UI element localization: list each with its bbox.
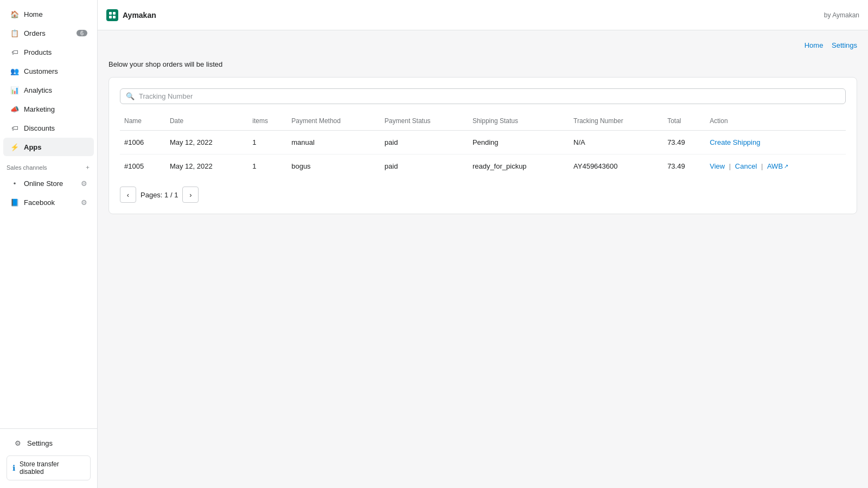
search-bar[interactable]: 🔍 <box>120 88 846 104</box>
table-row: #1005May 12, 20221boguspaidready_for_pic… <box>120 155 846 178</box>
col-header-total: Total <box>663 113 705 131</box>
sidebar-item-settings[interactable]: ⚙ Settings <box>7 434 91 452</box>
info-icon: ℹ <box>12 464 15 472</box>
cell-date: May 12, 2022 <box>165 131 248 155</box>
cell-action: View | Cancel | AWB ↗ <box>705 155 846 178</box>
content-area: Home Settings Below your shop orders wil… <box>98 30 868 488</box>
app-name: Aymakan <box>123 11 156 20</box>
products-icon: 🏷 <box>10 47 20 57</box>
sidebar-item-orders[interactable]: 📋 Orders 6 <box>3 24 94 42</box>
channel-settings-icon[interactable]: ⚙ <box>81 179 87 188</box>
cell-shipping-status: Pending <box>468 131 569 155</box>
separator: | <box>729 162 731 170</box>
table-body: #1006May 12, 20221manualpaidPendingN/A73… <box>120 131 846 178</box>
sidebar-item-apps[interactable]: ⚡ Apps <box>3 138 94 156</box>
marketing-icon: 📣 <box>10 104 20 114</box>
cell-date: May 12, 2022 <box>165 155 248 178</box>
cell-payment-method: bogus <box>287 155 380 178</box>
sales-channels-section: Sales channels ＋ <box>0 157 97 174</box>
store-transfer-label: Store transfer disabled <box>20 460 85 476</box>
sidebar-item-label: Customers <box>24 67 58 75</box>
sidebar-item-online-store[interactable]: • Online Store ⚙ <box>3 174 94 192</box>
sidebar-item-label: Analytics <box>24 86 52 94</box>
store-transfer-banner: ℹ Store transfer disabled <box>7 455 91 480</box>
cell-payment-status: paid <box>380 155 468 178</box>
pages-label: Pages: 1 / 1 <box>141 191 178 199</box>
sidebar-item-label: Discounts <box>24 124 55 132</box>
store-icon: • <box>10 178 20 188</box>
cell-payment-status: paid <box>380 131 468 155</box>
cell-total: 73.49 <box>663 131 705 155</box>
home-icon: 🏠 <box>10 9 20 19</box>
sidebar-item-customers[interactable]: 👥 Customers <box>3 62 94 80</box>
sidebar-bottom: ⚙ Settings ℹ Store transfer disabled <box>0 428 97 488</box>
cell-tracking-number: AY459643600 <box>569 155 663 178</box>
content-nav: Home Settings <box>108 41 857 49</box>
sidebar-item-home[interactable]: 🏠 Home <box>3 5 94 23</box>
sales-channels-title: Sales channels <box>7 164 47 171</box>
sidebar-item-label: Marketing <box>24 105 55 113</box>
topbar-left: Aymakan <box>106 9 156 21</box>
sidebar-item-label: Home <box>24 10 43 18</box>
search-input[interactable] <box>139 92 840 100</box>
settings-nav-link[interactable]: Settings <box>832 41 857 49</box>
next-page-button[interactable]: › <box>182 187 199 203</box>
settings-icon: ⚙ <box>13 438 23 448</box>
cell-name: #1006 <box>120 131 165 155</box>
sidebar-item-products[interactable]: 🏷 Products <box>3 43 94 61</box>
cell-tracking-number: N/A <box>569 131 663 155</box>
topbar-by-label: by Aymakan <box>824 11 859 19</box>
sidebar-sales-channel-label: Online Store <box>24 179 63 188</box>
sidebar-sales-channel-label: Facebook <box>24 198 55 207</box>
sidebar-item-marketing[interactable]: 📣 Marketing <box>3 100 94 118</box>
table-header: NameDateitemsPayment MethodPayment Statu… <box>120 113 846 131</box>
cancel-link[interactable]: Cancel <box>735 162 757 170</box>
sidebar-item-label: Orders <box>24 29 46 37</box>
page-description: Below your shop orders will be listed <box>108 60 857 68</box>
view-link[interactable]: View <box>710 162 725 170</box>
search-icon: 🔍 <box>126 92 135 100</box>
svg-rect-1 <box>113 12 116 15</box>
create-shipping-link[interactable]: Create Shipping <box>710 138 760 146</box>
main-area: Aymakan by Aymakan Home Settings Below y… <box>98 0 868 488</box>
col-header-payment-method: Payment Method <box>287 113 380 131</box>
cell-name: #1005 <box>120 155 165 178</box>
sidebar-item-analytics[interactable]: 📊 Analytics <box>3 81 94 99</box>
cell-action: Create Shipping <box>705 131 846 155</box>
badge-orders: 6 <box>76 30 87 36</box>
channel-settings-icon[interactable]: ⚙ <box>81 198 87 207</box>
external-icon: ↗ <box>784 163 788 169</box>
app-logo: Aymakan <box>106 9 156 21</box>
add-sales-channel-icon[interactable]: ＋ <box>85 163 91 171</box>
discounts-icon: 🏷 <box>10 123 20 133</box>
svg-rect-0 <box>109 12 112 15</box>
cell-payment-method: manual <box>287 131 380 155</box>
pagination: ‹ Pages: 1 / 1 › <box>120 187 846 203</box>
orders-table: NameDateitemsPayment MethodPayment Statu… <box>120 113 846 178</box>
logo-icon <box>106 9 118 21</box>
cell-items: 1 <box>248 131 287 155</box>
sidebar-item-facebook[interactable]: 📘 Facebook ⚙ <box>3 193 94 211</box>
cell-total: 73.49 <box>663 155 705 178</box>
home-nav-link[interactable]: Home <box>805 41 824 49</box>
svg-rect-3 <box>113 16 116 18</box>
apps-icon: ⚡ <box>10 142 20 152</box>
sidebar: 🏠 Home 📋 Orders 6 🏷 Products 👥 Customers… <box>0 0 98 488</box>
awb-link[interactable]: AWB ↗ <box>767 162 788 170</box>
col-header-tracking-number: Tracking Number <box>569 113 663 131</box>
sidebar-item-label: Products <box>24 48 52 56</box>
sidebar-settings-label: Settings <box>27 439 53 447</box>
col-header-items: items <box>248 113 287 131</box>
sidebar-item-label: Apps <box>24 143 42 151</box>
prev-page-button[interactable]: ‹ <box>120 187 136 203</box>
col-header-name: Name <box>120 113 165 131</box>
sidebar-item-discounts[interactable]: 🏷 Discounts <box>3 119 94 137</box>
col-header-date: Date <box>165 113 248 131</box>
orders-icon: 📋 <box>10 28 20 38</box>
svg-rect-2 <box>109 16 112 18</box>
orders-panel: 🔍 NameDateitemsPayment MethodPayment Sta… <box>108 77 857 214</box>
cell-items: 1 <box>248 155 287 178</box>
col-header-payment-status: Payment Status <box>380 113 468 131</box>
cell-shipping-status: ready_for_pickup <box>468 155 569 178</box>
table-row: #1006May 12, 20221manualpaidPendingN/A73… <box>120 131 846 155</box>
